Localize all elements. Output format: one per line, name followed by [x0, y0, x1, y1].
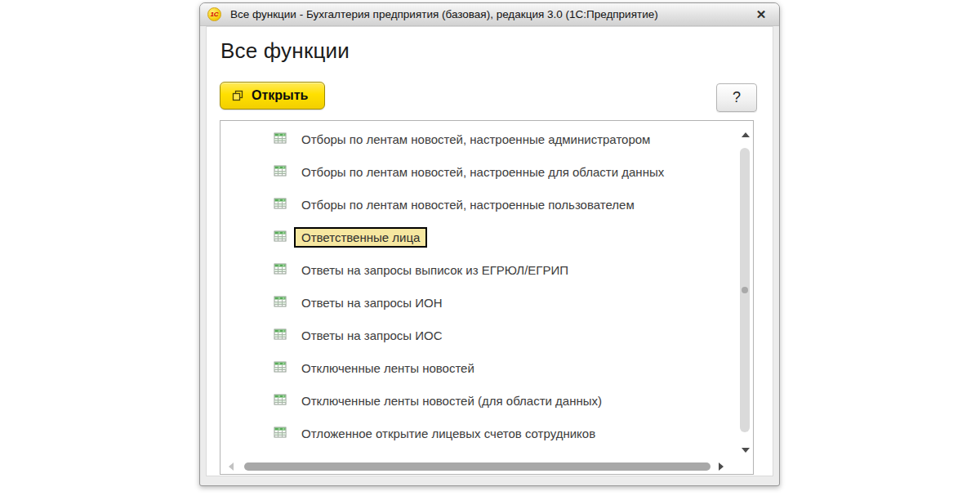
all-functions-dialog: 1С Все функции - Бухгалтерия предприятия…: [199, 2, 780, 486]
table-grid-icon: [274, 164, 287, 180]
open-button[interactable]: Открыть: [220, 82, 325, 109]
table-grid-icon: [274, 262, 287, 278]
horizontal-scrollbar-thumb[interactable]: [244, 462, 710, 471]
list-item-label: Ответы на запросы выписок из ЕГРЮЛ/ЕГРИП: [301, 261, 568, 279]
list-item-label: Отборы по лентам новостей, настроенные д…: [301, 163, 664, 181]
scrollbar-grip-icon: [742, 287, 748, 293]
list-item[interactable]: Ответы на запросы ИОС: [220, 319, 737, 351]
page-title: Все функции: [220, 38, 350, 64]
dialog-content: Все функции Открыть ? Отборы по лентам н…: [206, 26, 773, 476]
open-window-icon: [232, 90, 243, 101]
table-grid-icon: [274, 230, 287, 245]
help-button-label: ?: [733, 89, 741, 106]
functions-list-rows: Отборы по лентам новостей, настроенные а…: [220, 123, 737, 449]
list-item[interactable]: Ответы на запросы ИОН: [220, 286, 737, 319]
list-item-label: Отключенные ленты новостей: [301, 359, 474, 378]
list-item-label: Отборы по лентам новостей, настроенные п…: [301, 195, 635, 214]
table-grid-icon: [274, 393, 287, 409]
list-item-label: Ответственные лица: [294, 227, 427, 248]
table-grid-icon: [274, 197, 287, 212]
list-item-label: Ответы на запросы ИОН: [301, 293, 443, 312]
vertical-scrollbar[interactable]: [737, 121, 753, 459]
scroll-right-icon[interactable]: [719, 462, 724, 471]
horizontal-scrollbar[interactable]: [220, 459, 737, 474]
list-item[interactable]: Ответы на запросы выписок из ЕГРЮЛ/ЕГРИП: [220, 253, 737, 286]
1c-logo-icon: 1С: [207, 7, 221, 21]
help-button[interactable]: ?: [716, 83, 757, 112]
list-item[interactable]: Отложенное открытие лицевых счетов сотру…: [220, 417, 737, 449]
functions-list: Отборы по лентам новостей, настроенные а…: [220, 120, 754, 475]
list-item[interactable]: Отключенные ленты новостей: [220, 351, 737, 384]
list-item[interactable]: Ответственные лица: [220, 221, 737, 253]
scroll-left-icon[interactable]: [229, 462, 234, 471]
scroll-up-icon[interactable]: [742, 132, 750, 137]
vertical-scrollbar-thumb[interactable]: [740, 148, 750, 432]
table-grid-icon: [274, 328, 287, 343]
close-icon[interactable]: ✕: [750, 4, 773, 25]
list-item-label: Ответы на запросы ИОС: [301, 326, 443, 345]
table-grid-icon: [274, 426, 287, 441]
list-item-label: Отборы по лентам новостей, настроенные а…: [301, 130, 650, 149]
table-grid-icon: [274, 132, 287, 147]
list-item-label: Отложенное открытие лицевых счетов сотру…: [301, 424, 595, 443]
list-item-label: Отключенные ленты новостей (для области …: [301, 391, 602, 410]
scroll-down-icon[interactable]: [742, 448, 750, 453]
window-title: Все функции - Бухгалтерия предприятия (б…: [230, 8, 658, 20]
list-item[interactable]: Отборы по лентам новостей, настроенные д…: [220, 155, 737, 188]
list-item[interactable]: Отключенные ленты новостей (для области …: [220, 384, 737, 417]
table-grid-icon: [274, 295, 287, 311]
title-bar: 1С Все функции - Бухгалтерия предприятия…: [200, 3, 779, 26]
list-item[interactable]: Отборы по лентам новостей, настроенные п…: [220, 188, 737, 221]
table-grid-icon: [274, 360, 287, 376]
open-button-label: Открыть: [252, 88, 308, 103]
list-item[interactable]: Отборы по лентам новостей, настроенные а…: [220, 123, 737, 155]
